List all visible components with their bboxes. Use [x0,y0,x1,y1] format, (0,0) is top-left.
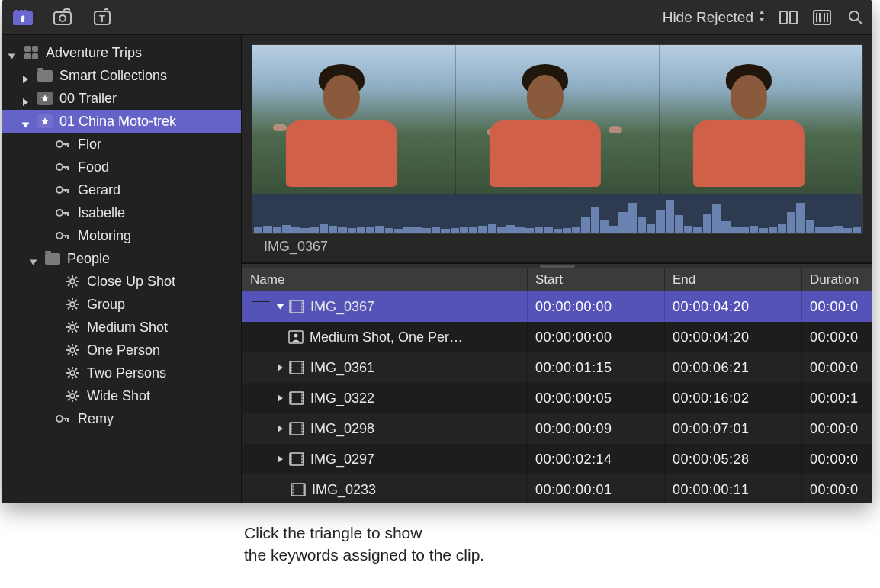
clip-appearance-button[interactable] [778,7,799,28]
sidebar-item-smart-collections[interactable]: Smart Collections [2,64,241,87]
thumbnail-frame[interactable] [252,45,456,194]
toolbar-right-group: Hide Rejected [663,7,866,28]
disclosure-triangle-icon[interactable] [278,455,283,463]
disclosure-triangle-icon[interactable] [23,94,32,103]
duration-timecode: 00:00:0 [810,451,859,468]
clip-list-row[interactable]: IMG_023300:00:00:0100:00:00:1100:00:0 [242,474,872,503]
svg-line-88 [75,399,78,401]
svg-point-37 [70,279,75,284]
audio-waveform[interactable] [252,194,862,233]
svg-line-69 [68,345,70,348]
disclosure-triangle-icon[interactable] [9,48,18,57]
column-header-name[interactable]: Name [242,268,528,291]
gear-icon [64,365,81,381]
key-icon [55,228,72,243]
sidebar-keyword-item[interactable]: Motoring [2,224,241,247]
clip-icon [289,422,304,435]
sidebar-smart-collection-item[interactable]: Group [2,293,241,316]
thumbnail-frame[interactable] [660,45,862,194]
svg-line-71 [75,345,78,348]
disclosure-triangle-icon[interactable] [277,304,284,310]
svg-line-70 [75,353,78,355]
start-timecode: 00:00:02:14 [535,451,612,468]
search-button[interactable] [845,7,866,28]
disclosure-triangle-icon[interactable] [23,117,32,126]
sidebar-keyword-item[interactable]: Gerard [2,178,241,201]
svg-line-43 [75,284,78,287]
sidebar-item-label: Close Up Shot [87,274,175,290]
sidebar-keyword-item[interactable]: Isabelle [2,201,241,224]
clip-name-label: IMG_0297 [310,451,374,468]
clip-list-row[interactable]: IMG_029800:00:00:0900:00:07:0100:00:0 [242,413,872,444]
library-name-label: Adventure Trips [46,45,142,61]
clip-filter-label: Hide Rejected [663,9,753,26]
svg-rect-28 [65,189,66,192]
end-timecode: 00:00:07:01 [673,421,750,437]
clip-list-row[interactable]: IMG_029700:00:02:1400:00:05:2800:00:0 [242,444,872,474]
gear-icon [64,342,81,358]
clip-list-row[interactable]: IMG_032200:00:00:0500:00:16:0200:00:1 [242,383,872,413]
duration-timecode: 00:00:0 [810,421,859,437]
svg-line-53 [75,300,78,302]
sidebar-item-label: Gerard [78,182,120,198]
svg-rect-24 [65,166,66,169]
sidebar-smart-collection-item[interactable]: One Person [2,339,241,361]
thumbnail-frame[interactable] [456,45,660,194]
start-timecode: 00:00:00:01 [535,482,612,498]
svg-line-54 [68,307,70,310]
clip-list-body[interactable]: IMG_036700:00:00:0000:00:04:2000:00:0Med… [242,291,872,503]
column-header-end[interactable]: End [665,268,802,291]
svg-rect-32 [65,212,66,215]
svg-line-62 [75,323,78,325]
sidebar-keyword-item[interactable]: Remy [2,407,241,430]
clip-name-label: IMG_0367 [252,234,863,262]
svg-line-51 [68,300,70,302]
library-sidebar[interactable]: Adventure Trips Smart Collections 00 Tra… [2,35,242,503]
clip-list-row[interactable]: IMG_036700:00:00:0000:00:04:2000:00:0 [242,291,872,322]
media-browser-button[interactable] [12,7,34,28]
disclosure-triangle-icon[interactable] [23,71,32,80]
sidebar-item-label: One Person [87,342,160,358]
disclosure-triangle-icon[interactable] [278,394,283,402]
disclosure-triangle-icon[interactable] [278,425,283,432]
sidebar-smart-collection-item[interactable]: Two Persons [2,361,241,384]
sidebar-item-label: People [67,251,110,267]
library-row[interactable]: Adventure Trips [2,41,241,64]
sidebar-keyword-item[interactable]: Food [2,156,241,178]
clip-icon [291,483,306,496]
sidebar-smart-collection-item[interactable]: Wide Shot [2,384,241,407]
clip-filmstrip[interactable] [252,44,863,234]
duration-timecode: 00:00:1 [810,390,859,406]
sidebar-smart-collection-item[interactable]: Close Up Shot [2,270,241,293]
sidebar-keyword-item[interactable]: Flor [2,133,241,156]
disclosure-triangle-icon[interactable] [278,364,283,371]
sidebar-folder-people[interactable]: People [2,247,241,270]
end-timecode: 00:00:00:11 [673,482,750,498]
list-view-button[interactable] [811,7,833,28]
disclosure-triangle-icon[interactable] [31,254,40,263]
thumbnail-strip[interactable] [252,45,862,194]
clip-keyword-subrow[interactable]: Medium Shot, One Per…00:00:00:0000:00:04… [242,322,872,352]
duration-timecode: 00:00:0 [810,329,859,345]
sidebar-item-label: Two Persons [87,365,166,381]
column-header-start[interactable]: Start [528,268,665,291]
sidebar-item-china-event[interactable]: 01 China Moto-trek [2,110,241,133]
end-timecode: 00:00:04:20 [673,299,750,315]
svg-line-52 [75,307,78,310]
sidebar-item-label: Smart Collections [59,68,167,84]
start-timecode: 00:00:00:00 [535,299,612,315]
sidebar-smart-collection-item[interactable]: Medium Shot [2,316,241,339]
key-icon [55,205,72,220]
titles-generators-browser-button[interactable]: T [92,7,113,28]
folder-icon [37,68,53,83]
svg-point-73 [70,371,75,375]
gear-icon [64,274,81,289]
clip-list-row[interactable]: IMG_036100:00:01:1500:00:06:2100:00:0 [242,352,872,383]
svg-line-80 [75,368,78,371]
clip-filter-dropdown[interactable]: Hide Rejected [663,9,766,26]
sidebar-item-trailer-event[interactable]: 00 Trailer [2,87,241,110]
start-timecode: 00:00:00:05 [535,390,612,406]
column-header-duration[interactable]: Duration [802,268,872,291]
svg-line-78 [68,368,70,371]
photos-audio-browser-button[interactable] [52,7,73,28]
